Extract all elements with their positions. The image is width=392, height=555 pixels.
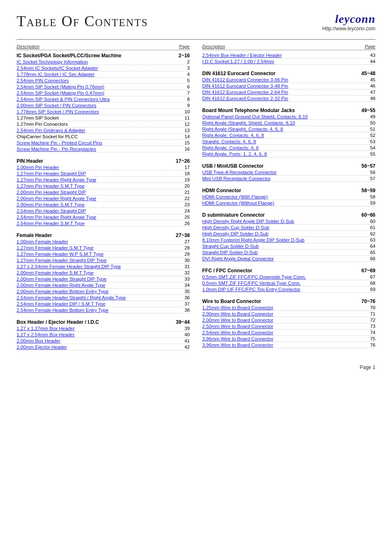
toc-item[interactable]: 2.00mm Wire to Board Connector72 xyxy=(202,318,376,323)
toc-item[interactable]: 2.54mm Wire to Board Connector74 xyxy=(202,330,376,336)
toc-item[interactable]: Screw Machine Pin - Printed Circuit Pins… xyxy=(17,140,190,146)
toc-item[interactable]: 1.27mm Pin Header Right Angle Type19 xyxy=(17,177,190,183)
toc-item[interactable]: 1.00mm Female Header27 xyxy=(17,239,190,245)
toc-item-page: 51 xyxy=(367,127,375,132)
toc-item-label: 2.00mm Pin Header Straight DIP xyxy=(17,190,182,195)
toc-item[interactable]: Right Angle, Ports: 1, 2, 4, 6, 855 xyxy=(202,152,376,157)
toc-item[interactable]: 2.54mm Pin Header Straight DIP24 xyxy=(17,208,190,214)
toc-item[interactable]: 8.10mm Footprint Right Angle DIP Solder … xyxy=(202,237,376,243)
toc-item[interactable]: 3.96mm Wire to Board Connector76 xyxy=(202,342,376,348)
toc-item[interactable]: High Density Right Angle DIP Solder D-Su… xyxy=(202,219,376,225)
toc-item[interactable]: High Density DIP Solder D-Sub62 xyxy=(202,231,376,237)
toc-item-label: Right Angle, Ports: 1, 2, 4, 6, 8 xyxy=(202,152,368,156)
toc-item-page: 16 xyxy=(182,147,190,152)
toc-item-label: 1.27 x 2.54mm Box Header xyxy=(17,332,182,337)
toc-item[interactable]: 2.54mm Female Header DIP / S.M.T Type37 xyxy=(17,301,190,307)
toc-item[interactable]: Straight DIP Solder D-Sub65 xyxy=(202,250,376,256)
toc-item-page: 75 xyxy=(367,336,375,341)
toc-item[interactable]: Mini USB Receptacle Connector57 xyxy=(202,176,376,182)
toc-item[interactable]: 1.27mm Pin Connectors12 xyxy=(17,122,190,127)
toc-item[interactable]: Right Angle /Straight, Shield, Contacts:… xyxy=(202,120,376,126)
toc-item-page: 25 xyxy=(182,215,190,220)
toc-item[interactable]: 2.54mm Pin Header Right Angle Type25 xyxy=(17,215,190,220)
toc-item[interactable]: 2.00mm Female Header Right Angle Type34 xyxy=(17,283,190,289)
toc-item[interactable]: 2.00mm SIP Socket / PIN Connectors9 xyxy=(17,103,190,109)
toc-item[interactable]: 1.25mm Wire to Board Connector70 xyxy=(202,305,376,311)
toc-item[interactable]: 2.54mm Pin Header S.M.T Type26 xyxy=(17,221,190,227)
toc-item[interactable]: 2.54mm SIP Socket (Mating Pin 0.76mm)6 xyxy=(17,84,190,90)
toc-item-page: 76 xyxy=(367,342,375,347)
toc-item[interactable]: 1.778mm IC Socket / IC Sec Adapter4 xyxy=(17,72,190,78)
toc-item[interactable]: 0.5mm SMT ZIF FFC/FPC Downside Type Conn… xyxy=(202,274,376,280)
toc-item[interactable]: DVI Right Angle Digital Connector66 xyxy=(202,256,376,262)
toc-item[interactable]: 2.54mm SIP Socket (Mating Pin 0.47mm)7 xyxy=(17,90,190,96)
toc-item[interactable]: 1.00mm Pin Header17 xyxy=(17,165,190,171)
toc-item-label: 2.00mm Female Header Straight DIP Type xyxy=(17,276,182,281)
toc-item[interactable]: 2.00mm Female Header Straight DIP Type33 xyxy=(17,276,190,282)
toc-item[interactable]: 1.27 x 2.54mm Box Header40 xyxy=(17,332,190,338)
toc-item-label: HDMI Connector (With Flange) xyxy=(202,194,368,199)
toc-item[interactable]: HDMI Connector (Without Flange)59 xyxy=(202,200,376,206)
toc-item[interactable]: 2.54mm IC Sockets/IC Socket Adapter3 xyxy=(17,66,190,71)
toc-item[interactable]: 2.54mm Female Header Straight / Right An… xyxy=(17,295,190,301)
toc-item[interactable]: 2.54mm Pin Gridrrays & Adapter13 xyxy=(17,128,190,134)
toc-item[interactable]: 2.00mm Ejector Header42 xyxy=(17,345,190,350)
toc-item[interactable]: 2.50mm Wire to Board Connector73 xyxy=(202,324,376,330)
toc-item[interactable]: 1.0mm DIP LIF FFC/FPC Top Entry Connecto… xyxy=(202,287,376,293)
toc-item-page: 62 xyxy=(367,231,375,236)
toc-item[interactable]: DIN 41612 Eurocard Connector 3-96 Pin45 xyxy=(202,77,376,83)
toc-item[interactable]: Straight Cup Solder D-Sub64 xyxy=(202,244,376,249)
toc-item-page: 5 xyxy=(182,78,190,83)
toc-item[interactable]: DIN 41612 Eurocard Connector 3-48 Pin46 xyxy=(202,83,376,89)
toc-item[interactable]: 0.5mm SMT ZIF FFC/FPC Vertical Type Conn… xyxy=(202,281,376,286)
toc-item-label: IC Socket Technology Information xyxy=(17,59,182,64)
toc-item[interactable]: Straight, Contacts: 4, 6, 853 xyxy=(202,139,376,145)
toc-item[interactable]: Screw Machine Pin - Pin Receptacles16 xyxy=(17,147,190,152)
toc-item-label: 2.54mm Pin Header Right Angle Type xyxy=(17,215,182,220)
toc-item[interactable]: USB Type-A Receptacle Connector56 xyxy=(202,170,376,176)
toc-item[interactable]: DIN 41612 Eurocard Connector 2-64 Pin47 xyxy=(202,90,376,95)
toc-item[interactable]: 2.00mm Pin Header Right Angle Type22 xyxy=(17,196,190,202)
toc-item-page: 56 xyxy=(367,170,375,175)
toc-section: DIN 41612 Eurocard Connector45~48DIN 416… xyxy=(202,71,376,102)
toc-item-page: 30 xyxy=(182,258,190,263)
toc-item[interactable]: Right Angle /Straight, Contacts: 4, 6, 8… xyxy=(202,127,376,132)
toc-item-page: 67 xyxy=(367,274,375,279)
toc-item[interactable]: 2.54mm Female Header Bottom Entry Type38 xyxy=(17,308,190,313)
toc-item[interactable]: 3.96mm Wire to Board Connector75 xyxy=(202,336,376,342)
toc-item[interactable]: 1.27mm Pin Header S.M.T Type20 xyxy=(17,183,190,189)
toc-item[interactable]: High Density Cup Solder D-Sub61 xyxy=(202,225,376,231)
toc-item-label: Screw Machine Pin - Pin Receptacles xyxy=(17,147,182,152)
toc-item[interactable]: Optional Panel Ground Out Shield, Contac… xyxy=(202,114,376,120)
toc-item-label: 1.27mm Pin Header Right Angle Type xyxy=(17,177,182,182)
toc-item[interactable]: HDMI Connector (With Flange)58 xyxy=(202,194,376,200)
toc-item[interactable]: 1.27mm SIP Socket11 xyxy=(17,115,190,121)
toc-item[interactable]: IC Socket Technology Information2 xyxy=(17,59,190,65)
toc-item[interactable]: 2.00mm Female Header Bottom Entry Type35 xyxy=(17,289,190,295)
toc-item[interactable]: 1.27mm Pin Header Straight DIP18 xyxy=(17,171,190,177)
toc-item-label: 2.00mm Female Header S.M.T Type xyxy=(17,270,182,275)
toc-item[interactable]: 1.778mm SIP Socket / PIN Connectors10 xyxy=(17,109,190,115)
toc-item[interactable]: 1.27 x 1.27mm Box Header39 xyxy=(17,326,190,332)
toc-item-page: 20 xyxy=(182,183,190,188)
toc-item[interactable]: 2.00mm Box Header41 xyxy=(17,338,190,344)
toc-item[interactable]: 1.27mm Female Header S.M.T Type28 xyxy=(17,245,190,251)
toc-item[interactable]: Right Angle, Contacts: 4, 654 xyxy=(202,145,376,151)
toc-item[interactable]: 2.00mm Pin Header S.M.T Type23 xyxy=(17,202,190,208)
toc-item[interactable]: DIN 41612 Eurocard Connector 2-32 Pin48 xyxy=(202,96,376,102)
toc-item[interactable]: 2.00mm Female Header S.M.T Type32 xyxy=(17,270,190,276)
toc-item[interactable]: 1.27mm Female Header W.P S.M.T Type29 xyxy=(17,252,190,257)
toc-item[interactable]: 2.00mm Wire to Board Connector71 xyxy=(202,311,376,317)
section-page-range: 67~69 xyxy=(361,268,375,274)
toc-item-page: 26 xyxy=(182,221,190,226)
toc-item[interactable]: 1.27 x 2.54mm Female Header Straight DIP… xyxy=(17,264,190,270)
toc-item-page: 41 xyxy=(182,338,190,343)
toc-item[interactable]: Right Angle, Contacts: 4, 6, 852 xyxy=(202,133,376,139)
toc-item[interactable]: 2.54mm PIN Connectors5 xyxy=(17,78,190,84)
toc-item[interactable]: 2.54mm SIP Socket & PIN Connectors Ultra… xyxy=(17,97,190,103)
toc-item[interactable]: ChipCarrier Socket for PLCC14 xyxy=(17,134,190,140)
toc-item[interactable]: 2.00mm Pin Header Straight DIP21 xyxy=(17,190,190,196)
toc-item[interactable]: 1.27mm Female Header Straight DIP Type30 xyxy=(17,258,190,264)
toc-item[interactable]: 2.54mm Box Header / Ejector Header43 xyxy=(202,53,376,59)
toc-item[interactable]: I.D.C Socket:1.27 / 2.00 / 2.54mm44 xyxy=(202,59,376,65)
